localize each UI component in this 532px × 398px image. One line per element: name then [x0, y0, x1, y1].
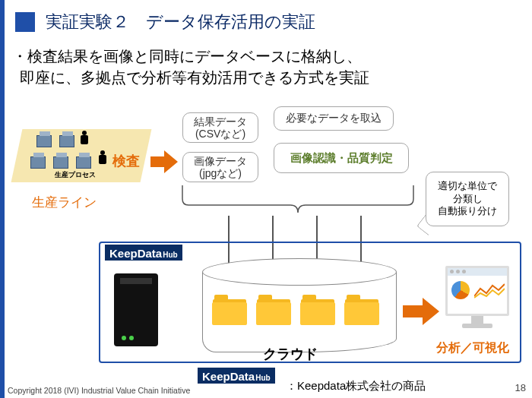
left-stripe: [0, 0, 5, 398]
svg-marker-1: [403, 298, 439, 325]
copyright: Copyright 2018 (IVI) Industrial Value Ch…: [8, 386, 190, 395]
page-number: 18: [515, 382, 526, 393]
badge-main: KeepData: [202, 370, 255, 383]
folder-icon: [345, 299, 378, 325]
production-line-label: 生産ライン: [32, 194, 97, 211]
auto-classify-callout: 適切な単位で 分類し 自動振り分け: [426, 172, 509, 226]
badge-sub: Hub: [163, 251, 177, 259]
pie-chart-icon: [451, 281, 470, 299]
keepdata-hub-badge: KeepData Hub: [105, 245, 182, 261]
svg-marker-0: [150, 150, 178, 173]
result-data-box: 結果データ (CSVなど): [182, 112, 258, 143]
image-recognition-box: 画像認識・品質判定: [274, 143, 409, 173]
recog-label: 画像認識・品質判定: [290, 151, 393, 166]
production-process-label: 生産プロセス: [55, 170, 96, 180]
server-icon: [114, 273, 158, 346]
footer-note: ：Keepdata株式会社の商品: [286, 379, 426, 393]
import-label: 必要なデータを取込: [286, 112, 382, 125]
title-row: 実証実験２ データ保存活用の実証: [15, 11, 315, 33]
inspection-label: 検査: [112, 152, 140, 170]
callout-text: 適切な単位で 分類し 自動振り分け: [438, 180, 497, 219]
badge-sub: Hub: [255, 374, 270, 382]
lead-line2: 即座に、多拠点で分析等有効活用できる方式を実証: [12, 67, 369, 88]
lead-line1: ・検査結果を画像と同時にデータベースに格納し、: [12, 46, 369, 67]
analysis-label: 分析／可視化: [436, 340, 509, 356]
jpg-line2: (jpgなど): [199, 167, 242, 179]
dashboard-monitor-icon: [445, 266, 509, 331]
folder-icon: [213, 299, 246, 325]
arrow-right-icon: [150, 150, 178, 173]
page-title: 実証実験２ データ保存活用の実証: [46, 11, 315, 33]
csv-line2: (CSVなど): [195, 128, 245, 140]
title-bullet: [15, 12, 35, 32]
csv-line1: 結果データ: [194, 115, 247, 128]
badge-main: KeepData: [109, 247, 162, 260]
cloud-label: クラウド: [263, 345, 318, 363]
folder-icon: [301, 299, 334, 325]
jpg-line1: 画像データ: [194, 155, 247, 167]
arrow-right-icon: [403, 298, 439, 325]
image-data-box: 画像データ (jpgなど): [182, 152, 258, 182]
keepdata-hub-badge-footer: KeepData Hub: [198, 368, 275, 384]
merge-bracket: [176, 185, 420, 216]
lead-text: ・検査結果を画像と同時にデータベースに格納し、 即座に、多拠点で分析等有効活用で…: [12, 46, 369, 88]
line-chart-icon: [474, 283, 505, 299]
import-data-box: 必要なデータを取込: [274, 106, 394, 131]
folder-icon: [257, 299, 290, 325]
